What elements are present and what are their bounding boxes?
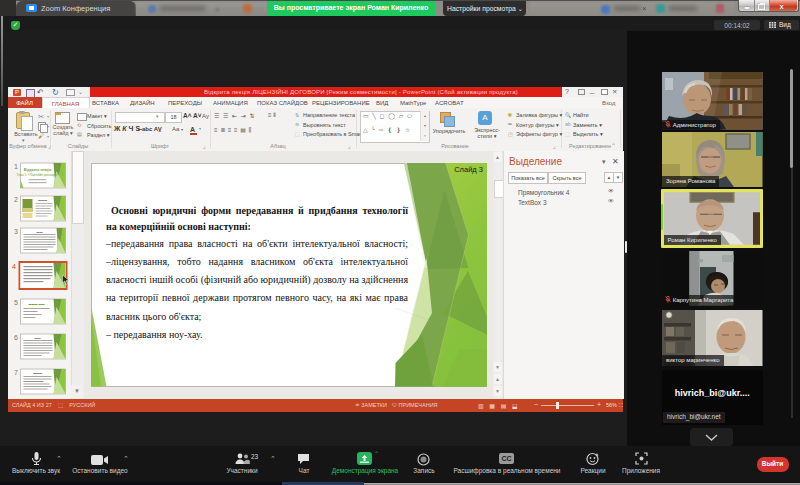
svg-text:2: 2	[14, 196, 18, 203]
svg-text:6: 6	[14, 334, 18, 341]
svg-text:Тема 5: «Ліцензійні договори»: Тема 5: «Ліцензійні договори»	[16, 173, 58, 177]
svg-text:7: 7	[14, 369, 18, 376]
svg-text:4: 4	[12, 263, 16, 270]
svg-text:5: 5	[14, 299, 18, 306]
svg-text:▬▬: ▬▬	[34, 336, 40, 340]
svg-text:Відкрита лекція: Відкрита лекція	[23, 168, 50, 172]
svg-text:▬▬▬: ▬▬▬	[38, 198, 47, 202]
svg-text:Слайд 3: Слайд 3	[454, 165, 483, 174]
svg-text:▬▬: ▬▬	[36, 230, 42, 234]
svg-text:▬▬▬: ▬▬▬	[33, 371, 42, 375]
svg-text:3: 3	[14, 228, 18, 235]
svg-text:▬▬▬ ▬▬: ▬▬▬ ▬▬	[28, 302, 44, 306]
svg-text:1: 1	[14, 163, 18, 170]
